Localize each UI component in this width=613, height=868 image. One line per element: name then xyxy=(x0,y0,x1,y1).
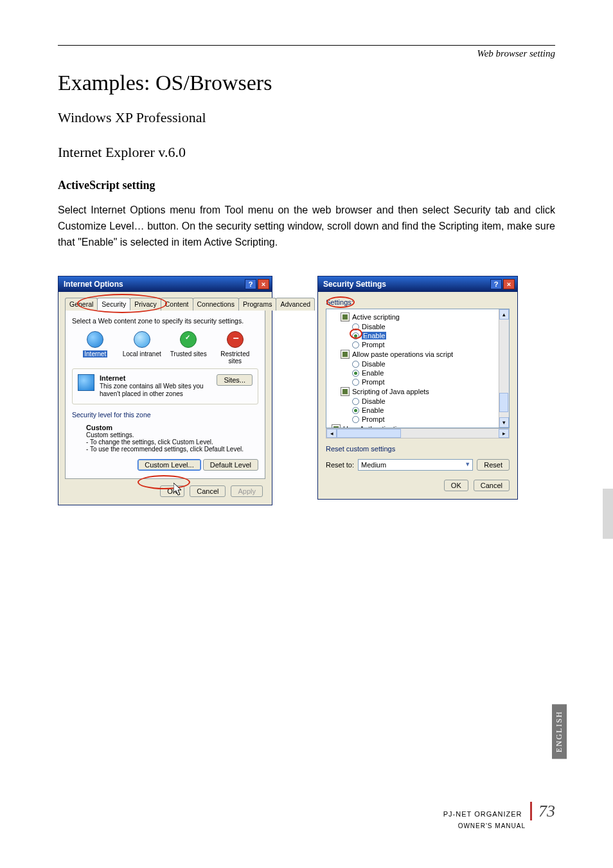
radio-icon[interactable] xyxy=(352,341,359,348)
cursor-icon xyxy=(173,483,182,496)
zone-restricted-label: Restricted sites xyxy=(220,350,249,365)
zone-internet[interactable]: Internet xyxy=(75,331,115,365)
tab-security[interactable]: Security xyxy=(97,298,130,311)
radio-icon[interactable] xyxy=(352,323,359,330)
tab-content[interactable]: Content xyxy=(161,298,193,311)
ss-titlebar[interactable]: Security Settings ? × xyxy=(318,276,517,292)
scroll-down-icon[interactable]: ▾ xyxy=(499,417,509,428)
radio-enable: Enable xyxy=(362,369,384,377)
tree-active-scripting: Active scripting xyxy=(352,313,400,321)
help-icon[interactable]: ? xyxy=(245,279,256,289)
radio-disable: Disable xyxy=(362,397,386,405)
check-icon xyxy=(180,331,197,348)
radio-prompt: Prompt xyxy=(362,341,384,348)
page-number: 73 xyxy=(530,802,555,820)
body-paragraph: Select Internet Options menu from Tool m… xyxy=(58,203,555,250)
category-icon xyxy=(341,387,350,396)
radio-disable: Disable xyxy=(362,360,386,368)
globe-icon xyxy=(87,331,103,348)
zone-local-intranet[interactable]: Local intranet xyxy=(122,331,162,365)
apply-button[interactable]: Apply xyxy=(231,485,263,497)
language-tab: ENGLISH xyxy=(552,704,567,759)
ok-button[interactable]: OK xyxy=(444,480,468,491)
help-icon[interactable]: ? xyxy=(490,279,502,289)
category-icon xyxy=(341,350,350,359)
settings-tree[interactable]: Active scripting Disable Enable Prompt A… xyxy=(326,309,510,428)
zone-name: Internet xyxy=(100,374,125,382)
scroll-thumb[interactable] xyxy=(499,393,508,412)
internet-options-dialog: Internet Options ? × General Security Pr… xyxy=(58,276,272,505)
security-settings-dialog: Security Settings ? × Settings: Active s… xyxy=(317,276,518,500)
tab-privacy[interactable]: Privacy xyxy=(130,298,161,311)
radio-prompt: Prompt xyxy=(362,378,384,386)
custom-label: Custom xyxy=(86,424,112,431)
radio-enable: Enable xyxy=(362,406,384,414)
radio-prompt: Prompt xyxy=(362,415,384,423)
io-intro: Select a Web content zone to specify its… xyxy=(72,317,258,325)
tree-allow-paste: Allow paste operations via script xyxy=(352,350,453,358)
ss-title: Security Settings xyxy=(323,280,386,289)
category-icon xyxy=(341,312,350,321)
tab-advanced[interactable]: Advanced xyxy=(276,298,315,311)
cancel-button[interactable]: Cancel xyxy=(474,480,510,491)
reset-button[interactable]: Reset xyxy=(477,459,510,471)
zone-local-label: Local intranet xyxy=(123,350,161,357)
close-icon[interactable]: × xyxy=(258,279,269,289)
custom-level-button[interactable]: Custom Level... xyxy=(138,459,200,471)
radio-icon[interactable] xyxy=(352,416,359,423)
page-title: Examples: OS/Browsers xyxy=(58,71,555,95)
zone-description: This zone contains all Web sites you hav… xyxy=(100,383,204,397)
custom-line3: - To use the recommended settings, click… xyxy=(86,446,258,453)
zone-trusted-label: Trusted sites xyxy=(170,350,207,357)
reset-to-label: Reset to: xyxy=(326,461,354,469)
footer-product: PJ-NET ORGANIZER xyxy=(443,810,522,818)
tree-java-applets: Scripting of Java applets xyxy=(352,388,429,395)
header-section: Web browser setting xyxy=(58,48,555,59)
reset-to-combo[interactable]: Medium xyxy=(358,459,473,471)
radio-icon[interactable] xyxy=(352,407,359,414)
cancel-button[interactable]: Cancel xyxy=(190,485,226,497)
zone-internet-label: Internet xyxy=(83,350,107,357)
horizontal-scrollbar[interactable]: ◂ ▸ xyxy=(326,428,510,439)
security-level-label: Security level for this zone xyxy=(72,411,258,419)
io-title: Internet Options xyxy=(64,280,123,289)
radio-icon[interactable] xyxy=(352,332,359,339)
browser-heading: Internet Explorer v.6.0 xyxy=(58,144,555,161)
globe-icon xyxy=(78,374,94,391)
default-level-button[interactable]: Default Level xyxy=(203,459,258,471)
zone-restricted[interactable]: Restricted sites xyxy=(215,331,255,365)
globe-icon xyxy=(134,331,150,348)
setting-heading: ActiveScript setting xyxy=(58,179,555,192)
scroll-left-icon[interactable]: ◂ xyxy=(326,429,337,438)
custom-line1: Custom settings. xyxy=(86,431,258,439)
tab-general[interactable]: General xyxy=(65,298,98,311)
close-icon[interactable]: × xyxy=(503,279,515,289)
reset-group-label: Reset custom settings xyxy=(326,445,510,453)
scroll-thumb[interactable] xyxy=(337,429,401,438)
page-footer: PJ-NET ORGANIZER 73 OWNER'S MANUAL xyxy=(443,802,555,829)
scroll-up-icon[interactable]: ▴ xyxy=(499,309,509,320)
vertical-scrollbar[interactable]: ▴ ▾ xyxy=(499,309,509,428)
io-tabs: General Security Privacy Content Connect… xyxy=(65,297,265,311)
scroll-right-icon[interactable]: ▸ xyxy=(499,429,509,438)
sites-button[interactable]: Sites... xyxy=(217,374,253,386)
io-titlebar[interactable]: Internet Options ? × xyxy=(58,276,272,292)
tab-programs[interactable]: Programs xyxy=(238,298,277,311)
radio-icon[interactable] xyxy=(352,379,359,386)
radio-enable: Enable xyxy=(362,332,386,339)
tree-user-auth: User Authentication xyxy=(343,425,404,428)
radio-icon[interactable] xyxy=(352,370,359,377)
zone-trusted[interactable]: Trusted sites xyxy=(168,331,208,365)
side-tab xyxy=(603,489,613,539)
minus-icon xyxy=(227,331,244,348)
custom-line2: - To change the settings, click Custom L… xyxy=(86,439,258,446)
category-icon xyxy=(332,424,341,428)
tab-connections[interactable]: Connections xyxy=(193,298,239,311)
radio-icon[interactable] xyxy=(352,398,359,405)
radio-icon[interactable] xyxy=(352,361,359,368)
radio-disable: Disable xyxy=(362,323,386,330)
footer-manual: OWNER'S MANUAL xyxy=(443,822,555,829)
settings-label: Settings: xyxy=(326,298,510,306)
os-heading: Windows XP Professional xyxy=(58,109,555,126)
